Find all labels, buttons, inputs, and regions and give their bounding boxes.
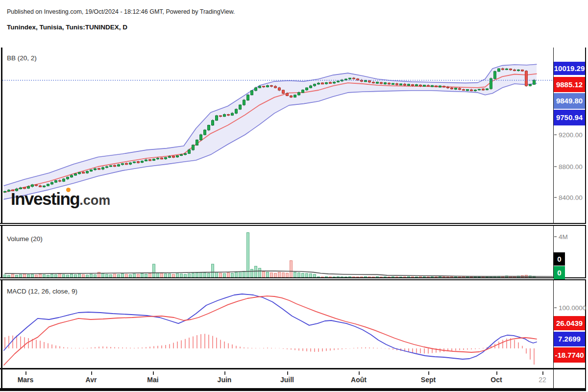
time-tick (359, 371, 360, 375)
time-tick (91, 371, 92, 375)
watermark-suffix-text: .com (79, 193, 110, 208)
month-label[interactable]: Juin (218, 376, 232, 384)
month-label[interactable]: Sept (421, 376, 436, 384)
volume-indicator-label: Volume (20) (7, 235, 43, 243)
time-tick (287, 371, 288, 375)
month-label[interactable]: Avr (86, 376, 97, 384)
macd-hist-value-box: -18.7740 (554, 347, 585, 363)
bb-indicator-label: BB (20, 2) (7, 54, 37, 62)
month-label[interactable]: Oct (490, 376, 502, 384)
price-tick-dash (554, 134, 557, 135)
month-label[interactable]: Août (351, 376, 367, 384)
price-tick-label: 8800.00 (559, 163, 583, 171)
time-tick (496, 371, 497, 375)
macd-value-box: 7.2699 (554, 332, 585, 346)
watermark-orange-dot-icon (66, 188, 71, 192)
time-tick (153, 371, 154, 375)
price-volume-separator (0, 223, 586, 226)
watermark-brand-text: Investing (11, 189, 79, 208)
page-bottom-border (0, 388, 586, 391)
month-label[interactable]: Juill (280, 376, 294, 384)
macd-signal-value-box: 26.0439 (554, 316, 585, 330)
volume-macd-separator (0, 277, 586, 280)
time-tick (542, 371, 543, 375)
volume-tick-dash (554, 236, 557, 237)
chart-page: Published on Investing.com, 19/Oct/2024 … (0, 0, 588, 392)
investing-watermark: Investing.com (11, 189, 110, 209)
volume-4m-label: 4M (559, 233, 568, 241)
month-label[interactable]: Mars (18, 376, 34, 384)
time-tick (224, 371, 225, 375)
macd-indicator-label: MACD (12, 26, close, 9) (7, 288, 77, 295)
macd-100-label: 100.0000 (559, 304, 586, 312)
bb-middle-price-box: 9849.80 (554, 93, 585, 109)
price-tick-dash (554, 197, 557, 198)
volume-value-box: 0 (554, 266, 565, 279)
bb-upper-price-box: 10019.29 (554, 62, 585, 75)
month-label[interactable]: 22 (539, 376, 546, 384)
price-tick-label: 9200.00 (559, 131, 583, 139)
time-tick (25, 371, 26, 375)
volume-ma-value-box: 0 (554, 252, 565, 266)
price-tick-dash (554, 166, 557, 167)
chart-title: Tunindex, Tunisia, Tunis:TUNINDEX, D (7, 24, 127, 31)
macd-bottom-border (0, 368, 586, 369)
month-label[interactable]: Mai (147, 376, 158, 384)
price-tick-label: 8400.00 (559, 194, 583, 201)
bb-lower-price-box: 9750.94 (554, 110, 585, 125)
left-border (1, 48, 2, 388)
macd-tick-dash (554, 307, 557, 308)
published-line: Published on Investing.com, 19/Oct/2024 … (7, 8, 235, 15)
time-tick (428, 371, 429, 375)
last-price-box: 9885.12 (554, 77, 585, 92)
